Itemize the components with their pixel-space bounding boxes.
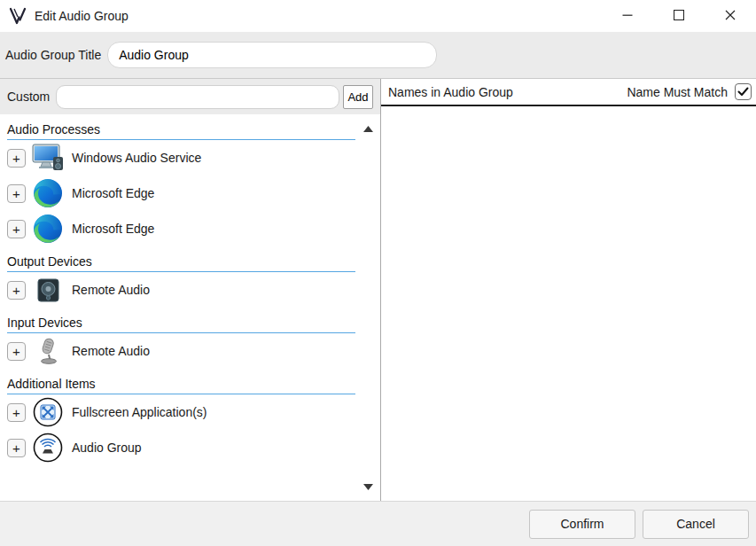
section-header: Output Devices bbox=[7, 254, 355, 272]
add-item-button[interactable]: + bbox=[7, 184, 26, 203]
section-header: Input Devices bbox=[7, 316, 355, 333]
names-in-group-list bbox=[381, 106, 756, 501]
add-item-button[interactable]: + bbox=[7, 149, 26, 168]
list-item: + Windows Audio Service bbox=[7, 140, 355, 176]
name-must-match-checkbox[interactable] bbox=[735, 83, 752, 100]
window-title: Edit Audio Group bbox=[35, 9, 129, 23]
close-button[interactable] bbox=[705, 0, 756, 32]
item-label: Microsoft Edge bbox=[72, 222, 154, 236]
add-item-button[interactable]: + bbox=[7, 342, 26, 361]
scroll-down-icon bbox=[363, 480, 373, 493]
scroll-up-button[interactable] bbox=[360, 121, 376, 134]
titlebar: Edit Audio Group bbox=[0, 0, 756, 32]
microphone-icon bbox=[31, 334, 65, 368]
add-item-button[interactable]: + bbox=[7, 220, 26, 238]
edit-audio-group-window: Edit Audio Group Audio Group Title bbox=[0, 0, 756, 546]
item-label: Remote Audio bbox=[72, 344, 150, 358]
section-header: Additional Items bbox=[7, 377, 355, 394]
list-item: + Remote Audio bbox=[7, 272, 355, 308]
list-item: + Microsoft Edge bbox=[7, 211, 355, 246]
fullscreen-application-icon bbox=[31, 395, 65, 429]
microsoft-edge-icon bbox=[31, 176, 65, 210]
add-item-button[interactable]: + bbox=[7, 281, 26, 300]
list-item: + Audio Group bbox=[7, 430, 355, 465]
list-item: + Remote Audio bbox=[7, 333, 355, 369]
custom-row: Custom Add bbox=[0, 79, 380, 114]
add-item-button[interactable]: + bbox=[7, 439, 26, 457]
name-must-match-label: Name Must Match bbox=[627, 85, 728, 99]
item-label: Audio Group bbox=[72, 441, 142, 455]
app-logo-icon bbox=[9, 7, 27, 25]
audio-group-title-row: Audio Group Title bbox=[0, 32, 756, 78]
add-item-button[interactable]: + bbox=[7, 403, 26, 422]
footer-bar: Confirm Cancel bbox=[0, 501, 756, 546]
windows-audio-service-icon bbox=[31, 141, 65, 175]
microsoft-edge-icon bbox=[31, 212, 65, 246]
window-controls bbox=[602, 0, 756, 32]
audio-group-title-label: Audio Group Title bbox=[5, 48, 101, 62]
right-panel-header: Names in Audio Group Name Must Match bbox=[381, 79, 756, 106]
minimize-button[interactable] bbox=[602, 0, 653, 32]
cancel-button[interactable]: Cancel bbox=[643, 510, 749, 539]
scroll-down-button[interactable] bbox=[360, 480, 376, 492]
audio-group-icon bbox=[31, 431, 65, 464]
add-custom-button[interactable]: Add bbox=[343, 85, 373, 109]
list-item: + Fullscreen Application(s) bbox=[7, 394, 355, 430]
confirm-button[interactable]: Confirm bbox=[529, 510, 635, 539]
left-panel: Custom Add Audio Processes+ bbox=[0, 79, 381, 501]
custom-input[interactable] bbox=[56, 85, 339, 109]
item-label: Windows Audio Service bbox=[72, 151, 201, 165]
item-label: Fullscreen Application(s) bbox=[72, 405, 207, 419]
right-panel: Names in Audio Group Name Must Match bbox=[381, 79, 756, 501]
close-icon bbox=[725, 10, 736, 23]
process-list: Audio Processes+ Windows Audio Service+ … bbox=[0, 114, 380, 501]
list-item: + Microsoft Edge bbox=[7, 176, 355, 211]
checkmark-icon bbox=[737, 87, 749, 97]
section-header: Audio Processes bbox=[7, 122, 355, 140]
item-label: Remote Audio bbox=[72, 283, 150, 297]
item-label: Microsoft Edge bbox=[72, 186, 154, 200]
main-area: Custom Add Audio Processes+ bbox=[0, 78, 756, 501]
speaker-icon bbox=[31, 273, 65, 307]
scroll-up-icon bbox=[363, 121, 373, 135]
minimize-icon bbox=[622, 10, 633, 23]
custom-label: Custom bbox=[7, 90, 50, 104]
audio-group-title-input[interactable] bbox=[107, 42, 437, 68]
maximize-icon bbox=[674, 10, 684, 23]
names-in-group-title: Names in Audio Group bbox=[388, 85, 513, 99]
maximize-button[interactable] bbox=[653, 0, 705, 32]
